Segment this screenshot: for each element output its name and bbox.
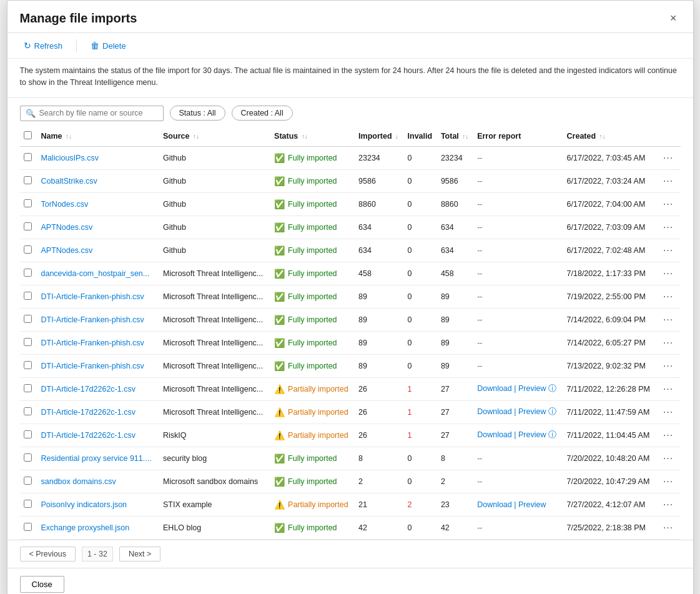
row-actions-cell[interactable]: ··· bbox=[657, 331, 681, 354]
row-actions-cell[interactable]: ··· bbox=[657, 239, 681, 262]
row-checkbox-cell[interactable] bbox=[20, 400, 37, 423]
row-actions-cell[interactable]: ··· bbox=[657, 400, 681, 423]
row-error-report[interactable]: Download | Preview ⓘ bbox=[473, 423, 563, 447]
row-checkbox-cell[interactable] bbox=[20, 423, 37, 447]
row-more-actions-button[interactable]: ··· bbox=[661, 521, 676, 535]
col-source[interactable]: Source ↑↓ bbox=[159, 126, 270, 147]
row-checkbox-cell[interactable] bbox=[20, 331, 37, 354]
row-error-report: -- bbox=[473, 239, 563, 262]
row-actions-cell[interactable]: ··· bbox=[657, 169, 681, 192]
row-checkbox-cell[interactable] bbox=[20, 285, 37, 308]
row-more-actions-button[interactable]: ··· bbox=[661, 359, 676, 373]
row-more-actions-button[interactable]: ··· bbox=[661, 244, 676, 257]
row-actions-cell[interactable]: ··· bbox=[657, 192, 681, 215]
row-checkbox[interactable] bbox=[24, 523, 32, 531]
row-checkbox[interactable] bbox=[24, 407, 32, 415]
refresh-button[interactable]: ↻ Refresh bbox=[20, 38, 67, 53]
row-more-actions-button[interactable]: ··· bbox=[661, 220, 676, 234]
row-checkbox[interactable] bbox=[24, 292, 32, 300]
row-checkbox-cell[interactable] bbox=[20, 308, 37, 331]
row-actions-cell[interactable]: ··· bbox=[657, 516, 681, 539]
row-checkbox[interactable] bbox=[24, 315, 32, 323]
row-checkbox-cell[interactable] bbox=[20, 192, 37, 215]
row-more-actions-button[interactable]: ··· bbox=[661, 267, 676, 280]
row-checkbox-cell[interactable] bbox=[20, 377, 37, 400]
delete-button[interactable]: 🗑 Delete bbox=[87, 38, 130, 53]
row-more-actions-button[interactable]: ··· bbox=[661, 475, 676, 488]
row-error-report[interactable]: Download | Preview bbox=[473, 493, 563, 516]
partially-imported-icon: ⚠️ bbox=[274, 430, 285, 440]
search-box[interactable]: 🔍 bbox=[20, 106, 164, 121]
row-error-report[interactable]: Download | Preview ⓘ bbox=[473, 400, 563, 423]
col-total[interactable]: Total ↑↓ bbox=[437, 126, 473, 147]
row-more-actions-button[interactable]: ··· bbox=[661, 151, 676, 165]
row-checkbox[interactable] bbox=[24, 384, 32, 392]
search-input[interactable] bbox=[39, 109, 158, 117]
col-created[interactable]: Created ↑↓ bbox=[563, 126, 657, 147]
status-filter-button[interactable]: Status : All bbox=[170, 106, 225, 121]
row-checkbox-cell[interactable] bbox=[20, 470, 37, 493]
close-footer-button[interactable]: Close bbox=[20, 576, 64, 593]
row-checkbox[interactable] bbox=[24, 453, 32, 462]
page-range: 1 - 32 bbox=[82, 547, 113, 562]
close-icon-button[interactable]: × bbox=[666, 11, 681, 26]
row-actions-cell[interactable]: ··· bbox=[657, 423, 681, 447]
row-more-actions-button[interactable]: ··· bbox=[661, 405, 676, 419]
row-more-actions-button[interactable]: ··· bbox=[661, 452, 676, 465]
row-actions-cell[interactable]: ··· bbox=[657, 470, 681, 493]
row-checkbox[interactable] bbox=[24, 269, 32, 277]
row-checkbox-cell[interactable] bbox=[20, 354, 37, 377]
row-more-actions-button[interactable]: ··· bbox=[661, 290, 676, 304]
row-actions-cell[interactable]: ··· bbox=[657, 447, 681, 470]
row-more-actions-button[interactable]: ··· bbox=[661, 498, 676, 512]
col-imported[interactable]: Imported ↓ bbox=[355, 126, 404, 147]
row-more-actions-button[interactable]: ··· bbox=[661, 313, 676, 327]
row-actions-cell[interactable]: ··· bbox=[657, 146, 681, 169]
row-status-text: Fully imported bbox=[288, 454, 337, 463]
col-status[interactable]: Status ↑↓ bbox=[270, 126, 355, 147]
row-status-text: Fully imported bbox=[288, 200, 337, 209]
row-checkbox-cell[interactable] bbox=[20, 447, 37, 470]
row-more-actions-button[interactable]: ··· bbox=[661, 197, 676, 211]
row-error-report[interactable]: Download | Preview ⓘ bbox=[473, 377, 563, 400]
row-checkbox-cell[interactable] bbox=[20, 215, 37, 239]
col-name[interactable]: Name ↑↓ bbox=[37, 126, 160, 147]
row-checkbox[interactable] bbox=[24, 430, 32, 438]
previous-button[interactable]: < Previous bbox=[20, 547, 76, 562]
created-filter-button[interactable]: Created : All bbox=[232, 106, 293, 121]
row-actions-cell[interactable]: ··· bbox=[657, 215, 681, 239]
row-actions-cell[interactable]: ··· bbox=[657, 493, 681, 516]
row-checkbox[interactable] bbox=[24, 245, 32, 254]
row-checkbox-cell[interactable] bbox=[20, 169, 37, 192]
row-checkbox-cell[interactable] bbox=[20, 239, 37, 262]
row-checkbox[interactable] bbox=[24, 153, 32, 161]
row-actions-cell[interactable]: ··· bbox=[657, 308, 681, 331]
row-checkbox[interactable] bbox=[24, 338, 32, 346]
error-report-link[interactable]: Download | Preview ⓘ bbox=[477, 407, 556, 416]
row-actions-cell[interactable]: ··· bbox=[657, 262, 681, 285]
row-checkbox-cell[interactable] bbox=[20, 516, 37, 539]
error-report-link[interactable]: Download | Preview ⓘ bbox=[477, 384, 556, 393]
error-report-link[interactable]: Download | Preview bbox=[477, 500, 546, 509]
select-all-checkbox[interactable] bbox=[24, 131, 32, 139]
select-all-header[interactable] bbox=[20, 126, 37, 147]
row-more-actions-button[interactable]: ··· bbox=[661, 174, 676, 188]
row-actions-cell[interactable]: ··· bbox=[657, 354, 681, 377]
col-invalid[interactable]: Invalid bbox=[404, 126, 437, 147]
row-more-actions-button[interactable]: ··· bbox=[661, 382, 676, 396]
row-checkbox[interactable] bbox=[24, 222, 32, 230]
row-more-actions-button[interactable]: ··· bbox=[661, 428, 676, 442]
row-actions-cell[interactable]: ··· bbox=[657, 377, 681, 400]
row-checkbox[interactable] bbox=[24, 500, 32, 508]
row-checkbox-cell[interactable] bbox=[20, 493, 37, 516]
row-checkbox[interactable] bbox=[24, 477, 32, 485]
next-button[interactable]: Next > bbox=[119, 547, 160, 562]
row-checkbox[interactable] bbox=[24, 199, 32, 207]
error-report-link[interactable]: Download | Preview ⓘ bbox=[477, 430, 556, 439]
row-more-actions-button[interactable]: ··· bbox=[661, 336, 676, 350]
row-checkbox-cell[interactable] bbox=[20, 262, 37, 285]
row-checkbox[interactable] bbox=[24, 361, 32, 369]
row-checkbox[interactable] bbox=[24, 176, 32, 184]
row-actions-cell[interactable]: ··· bbox=[657, 285, 681, 308]
row-checkbox-cell[interactable] bbox=[20, 146, 37, 169]
